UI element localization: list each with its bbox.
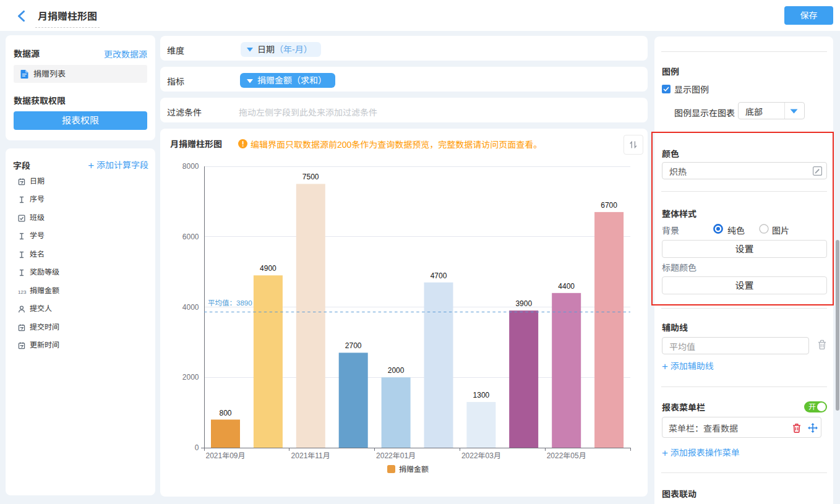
svg-text:捐赠金额: 捐赠金额 [399,465,429,474]
svg-text:2022年03月: 2022年03月 [461,451,501,460]
svg-text:2000: 2000 [182,373,199,382]
svg-text:4400: 4400 [558,282,575,291]
svg-text:2000: 2000 [388,366,405,375]
svg-text:4900: 4900 [260,264,276,273]
svg-text:3900: 3900 [515,299,532,308]
svg-text:8000: 8000 [182,162,199,171]
svg-text:2021年09月: 2021年09月 [205,451,245,460]
svg-text:6000: 6000 [182,233,199,241]
svg-text:1300: 1300 [473,391,490,399]
svg-text:800: 800 [219,409,231,417]
svg-text:平均值：3890: 平均值：3890 [208,299,252,307]
svg-text:4000: 4000 [182,303,199,312]
svg-text:2700: 2700 [345,341,362,350]
svg-text:4700: 4700 [431,271,447,280]
svg-text:6700: 6700 [601,201,617,210]
svg-text:2022年05月: 2022年05月 [547,451,586,460]
svg-text:7500: 7500 [302,173,319,181]
svg-text:0: 0 [195,443,199,452]
svg-text:2022年01月: 2022年01月 [376,451,416,460]
svg-text:2021年11月: 2021年11月 [291,451,330,460]
svg-text:123: 123 [18,289,27,294]
